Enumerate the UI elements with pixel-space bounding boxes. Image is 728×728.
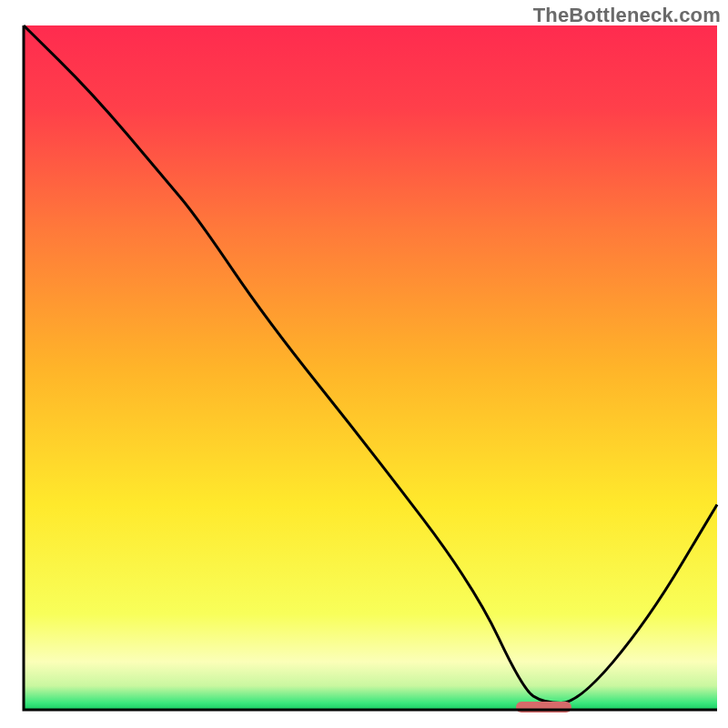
plot-background [24, 25, 717, 710]
bottleneck-chart [0, 0, 728, 728]
watermark-text: TheBottleneck.com [533, 4, 721, 27]
chart-container: TheBottleneck.com [0, 0, 728, 728]
